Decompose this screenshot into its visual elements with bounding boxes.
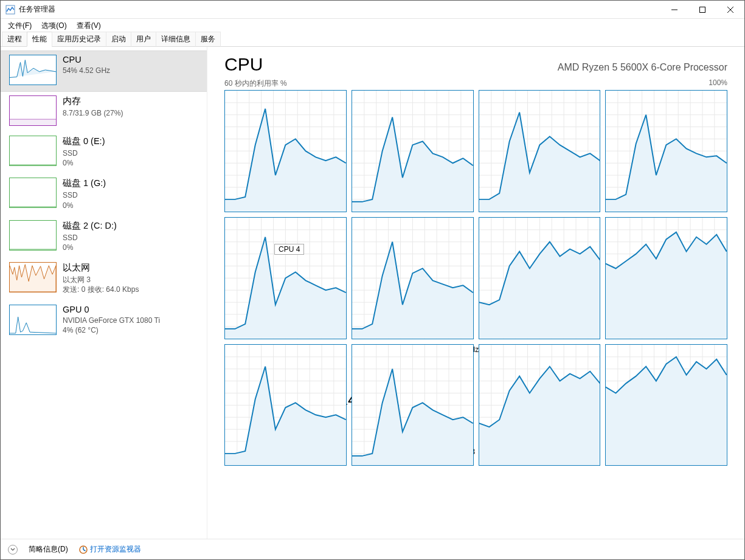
tabs: 进程性能应用历史记录启动用户详细信息服务: [1, 32, 744, 47]
menu-view[interactable]: 查看(V): [72, 19, 106, 32]
tab-4[interactable]: 用户: [131, 32, 156, 47]
sidebar-title: 磁盘 0 (E:): [63, 136, 105, 147]
titlebar: 任务管理器: [1, 1, 744, 19]
core-chart-8[interactable]: [224, 344, 347, 466]
core-chart-1[interactable]: [352, 90, 474, 212]
sidebar-sub: 以太网 3发送: 0 接收: 64.0 Kbps: [63, 275, 139, 294]
sidebar-item-mem[interactable]: 内存8.7/31.9 GB (27%): [1, 92, 207, 132]
core-chart-4[interactable]: [224, 217, 347, 339]
sidebar-thumb-cpu: [9, 55, 57, 85]
sidebar-thumb-mem: [9, 95, 57, 126]
tab-3[interactable]: 启动: [106, 32, 131, 47]
sidebar-thumb-gpu0: [9, 305, 57, 335]
sidebar-title: 磁盘 2 (C: D:): [63, 220, 117, 232]
tab-6[interactable]: 服务: [195, 32, 221, 47]
chevron-down-icon[interactable]: [8, 545, 18, 555]
chart-caption-right: 100%: [709, 78, 727, 89]
sidebar-title: GPU 0: [63, 305, 160, 314]
sidebar-title: 内存: [63, 95, 123, 107]
core-chart-7[interactable]: [605, 217, 727, 339]
svg-rect-2: [700, 7, 705, 12]
core-chart-10[interactable]: [479, 344, 601, 466]
window-title: 任务管理器: [19, 4, 660, 15]
core-chart-2[interactable]: [479, 90, 601, 212]
sidebar-sub: NVIDIA GeForce GTX 1080 Ti4% (62 °C): [63, 316, 160, 335]
sidebar-sub: SSD0%: [63, 233, 117, 252]
processor-name: AMD Ryzen 5 5600X 6-Core Processor: [558, 62, 727, 73]
sidebar-title: CPU: [63, 55, 110, 64]
sidebar-item-cpu[interactable]: CPU54% 4.52 GHz: [1, 50, 207, 92]
sidebar-item-eth[interactable]: 以太网以太网 3发送: 0 接收: 64.0 Kbps: [1, 258, 207, 300]
sidebar-sub: SSD0%: [63, 148, 105, 168]
tooltip: CPU 4: [274, 244, 304, 255]
brief-info-link[interactable]: 简略信息(D): [29, 544, 68, 555]
sidebar-title: 磁盘 1 (G:): [63, 178, 106, 189]
menu-file[interactable]: 文件(F): [3, 19, 36, 32]
page-title: CPU: [224, 54, 263, 75]
app-icon: [5, 5, 15, 15]
content: CPU54% 4.52 GHz内存8.7/31.9 GB (27%)磁盘 0 (…: [1, 47, 744, 539]
chart-caption-left: 60 秒内的利用率 %: [224, 78, 287, 89]
sidebar-thumb-disk2: [9, 220, 57, 251]
main-panel: CPU AMD Ryzen 5 5600X 6-Core Processor 6…: [207, 47, 744, 539]
window: 任务管理器 文件(F) 选项(O) 查看(V) 进程性能应用历史记录启动用户详细…: [0, 0, 745, 560]
footer: 简略信息(D) 打开资源监视器: [1, 539, 744, 559]
sidebar[interactable]: CPU54% 4.52 GHz内存8.7/31.9 GB (27%)磁盘 0 (…: [1, 47, 207, 539]
open-resource-monitor-link[interactable]: 打开资源监视器: [90, 544, 141, 555]
core-chart-5[interactable]: [352, 217, 474, 339]
sidebar-item-disk0[interactable]: 磁盘 0 (E:)SSD0%: [1, 132, 207, 174]
menubar: 文件(F) 选项(O) 查看(V): [1, 19, 744, 32]
sidebar-sub: 8.7/31.9 GB (27%): [63, 108, 123, 118]
sidebar-thumb-disk0: [9, 136, 57, 166]
core-chart-9[interactable]: [352, 344, 474, 466]
menu-options[interactable]: 选项(O): [36, 19, 71, 32]
sidebar-sub: 54% 4.52 GHz: [63, 66, 110, 75]
core-grid[interactable]: CPU 4: [224, 90, 727, 332]
core-chart-6[interactable]: [479, 217, 601, 339]
sidebar-sub: SSD0%: [63, 190, 106, 210]
svg-line-227: [83, 550, 86, 551]
core-chart-3[interactable]: [605, 90, 727, 212]
close-button[interactable]: [716, 1, 744, 19]
svg-rect-5: [10, 119, 56, 125]
sidebar-item-disk2[interactable]: 磁盘 2 (C: D:)SSD0%: [1, 216, 207, 258]
sidebar-title: 以太网: [63, 262, 139, 274]
tab-0[interactable]: 进程: [2, 32, 27, 47]
sidebar-thumb-eth: [9, 262, 57, 292]
core-chart-11[interactable]: [605, 344, 727, 466]
resource-monitor-icon: [79, 545, 88, 554]
maximize-button[interactable]: [688, 1, 716, 19]
tab-2[interactable]: 应用历史记录: [52, 32, 106, 47]
core-chart-0[interactable]: [224, 90, 347, 212]
tab-5[interactable]: 详细信息: [156, 32, 196, 47]
sidebar-thumb-disk1: [9, 178, 57, 208]
tab-1[interactable]: 性能: [27, 32, 52, 47]
sidebar-item-gpu0[interactable]: GPU 0NVIDIA GeForce GTX 1080 Ti4% (62 °C…: [1, 301, 207, 341]
sidebar-item-disk1[interactable]: 磁盘 1 (G:)SSD0%: [1, 174, 207, 216]
minimize-button[interactable]: [660, 1, 688, 19]
